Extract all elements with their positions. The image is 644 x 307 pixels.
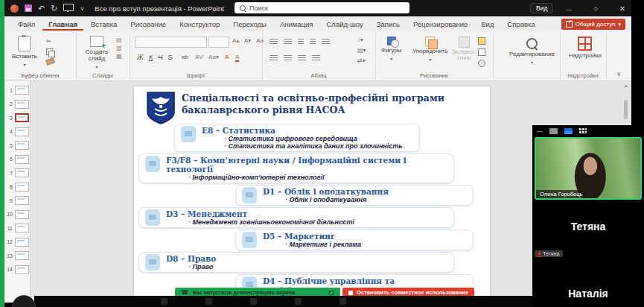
- ribbon-tab[interactable]: Конструктор: [173, 18, 226, 31]
- participant-name-tile[interactable]: Тетяна: [532, 221, 644, 232]
- scroll-up-icon[interactable]: [623, 83, 629, 88]
- copy-icon[interactable]: [46, 48, 53, 55]
- align-left-icon[interactable]: [270, 55, 278, 61]
- addins-button[interactable]: Надстройки: [569, 37, 602, 59]
- slide-thumbnail[interactable]: 4: [4, 125, 30, 139]
- quick-styles-button[interactable]: Экспресс-стили: [453, 37, 475, 61]
- paste-button[interactable]: Вставить: [12, 36, 37, 68]
- ribbon-tab[interactable]: Файл: [12, 18, 41, 31]
- slide-layout-buttons[interactable]: ▤ ▥ ▦: [116, 37, 122, 60]
- slide-thumbnail[interactable]: 3: [4, 111, 30, 125]
- layout-icon[interactable]: ▤: [116, 37, 122, 43]
- slide-thumbnail[interactable]: 10: [4, 208, 30, 222]
- taskbar-app-icon[interactable]: [250, 298, 257, 305]
- slide-canvas[interactable]: Спеціальності та освітньо-професійні про…: [134, 86, 490, 303]
- share-access-button[interactable]: Общий доступ: [561, 19, 625, 30]
- arrange-button[interactable]: Упорядочить: [412, 37, 448, 63]
- taskbar-app-icon[interactable]: [295, 298, 302, 305]
- editing-button[interactable]: Редактирование: [509, 38, 555, 66]
- font-name-box[interactable]: [136, 37, 207, 48]
- program-row[interactable]: D3 – Менеджмент Менеджмент зовнішньоекон…: [138, 207, 454, 228]
- program-row[interactable]: E8 – Статистика Статистика цифрового сер…: [174, 124, 420, 152]
- taskbar-app-icon[interactable]: [205, 298, 212, 305]
- taskbar-app-icon[interactable]: [161, 298, 168, 305]
- justify-icon[interactable]: [312, 55, 320, 61]
- slide-thumbnail[interactable]: 1: [4, 83, 30, 98]
- indent-increase-icon[interactable]: [310, 39, 316, 45]
- reset-icon[interactable]: ▥: [116, 45, 122, 51]
- change-case-icon[interactable]: Аа▾: [208, 54, 219, 60]
- slide-thumbnail[interactable]: 6: [4, 153, 30, 167]
- ribbon-tab[interactable]: Запись: [371, 18, 406, 31]
- slide-thumbnail[interactable]: 9: [4, 194, 30, 208]
- taskbar-app-icon[interactable]: [339, 298, 346, 305]
- close-button[interactable]: [618, 4, 627, 13]
- grow-font-icon[interactable]: А▴: [232, 37, 239, 44]
- minimize-button[interactable]: [564, 4, 573, 13]
- ribbon-tab[interactable]: Вставка: [85, 18, 123, 31]
- ribbon-tab[interactable]: Анимация: [274, 18, 319, 31]
- convert-smartart-icon[interactable]: ⇄▾: [357, 57, 366, 64]
- align-right-icon[interactable]: [298, 55, 306, 61]
- ribbon-tab[interactable]: Справка: [501, 18, 541, 31]
- text-direction-icon[interactable]: ↕▾: [357, 37, 366, 43]
- ribbon-tab[interactable]: Вид: [475, 18, 500, 31]
- participant-name-tile[interactable]: Наталія: [532, 288, 644, 300]
- collapse-ribbon-icon[interactable]: [616, 71, 621, 77]
- scrollbar-thumb[interactable]: [624, 100, 628, 119]
- program-row[interactable]: D8 – Право Право: [138, 252, 454, 273]
- slide-thumbnail[interactable]: 2: [4, 98, 30, 112]
- section-icon[interactable]: ▦: [116, 54, 122, 60]
- font-style-button[interactable]: Ж: [137, 54, 144, 61]
- slide-thumbnail[interactable]: 14: [4, 263, 30, 277]
- search-input[interactable]: Поиск: [235, 2, 409, 13]
- shrink-font-icon[interactable]: А▾: [244, 37, 251, 44]
- font-style-button[interactable]: К: [149, 53, 153, 61]
- slide-thumbnail[interactable]: 5: [4, 139, 30, 153]
- shape-fill-icon[interactable]: [478, 37, 485, 45]
- restore-button[interactable]: [591, 4, 600, 13]
- redo-icon[interactable]: [51, 4, 57, 12]
- font-style-button[interactable]: Ч: [158, 53, 162, 61]
- shape-outline-icon[interactable]: [478, 48, 485, 56]
- minimize-panel-icon[interactable]: [537, 128, 543, 134]
- new-slide-button[interactable]: Создать слайд: [80, 36, 113, 70]
- slide-thumbnail[interactable]: 12: [4, 235, 30, 250]
- ribbon-tab[interactable]: Рисование: [124, 18, 172, 31]
- slide-thumbnail[interactable]: 8: [4, 180, 30, 194]
- program-row[interactable]: D5 – Маркетинг Маркетинг і реклама: [235, 230, 474, 250]
- ribbon-tab[interactable]: Переходы: [227, 18, 272, 31]
- customize-toolbar-icon[interactable]: [80, 5, 84, 12]
- numbering-icon[interactable]: [284, 39, 292, 45]
- align-center-icon[interactable]: [284, 55, 292, 61]
- ribbon-tab[interactable]: Рецензирование: [407, 18, 474, 31]
- line-spacing-icon[interactable]: [322, 39, 330, 45]
- text-highlight-icon[interactable]: А: [225, 54, 229, 60]
- participant-video-tile[interactable]: Олена Горобець: [535, 137, 642, 200]
- undo-icon[interactable]: [38, 4, 45, 12]
- start-slideshow-icon[interactable]: [63, 4, 74, 11]
- font-color-icon[interactable]: А: [235, 54, 239, 62]
- align-text-icon[interactable]: ▤▾: [357, 47, 366, 54]
- format-painter-icon[interactable]: [45, 57, 55, 65]
- strip-view-icon[interactable]: [564, 128, 573, 134]
- bullets-icon[interactable]: [270, 39, 278, 45]
- font-size-box[interactable]: [208, 37, 229, 48]
- shapes-button[interactable]: Фигуры: [381, 37, 402, 62]
- font-style-button[interactable]: S: [168, 53, 173, 61]
- slide-thumbnail[interactable]: 13: [4, 249, 30, 263]
- cut-icon[interactable]: [46, 38, 54, 45]
- zoom-view-button[interactable]: Вид: [530, 3, 553, 13]
- slide-thumbnail[interactable]: 7: [4, 166, 30, 180]
- slide-thumbnail[interactable]: 11: [4, 221, 30, 235]
- indent-decrease-icon[interactable]: [298, 39, 304, 45]
- char-spacing-icon[interactable]: АѴ: [195, 54, 204, 60]
- speaker-view-icon[interactable]: [549, 128, 558, 134]
- gallery-view-icon[interactable]: [579, 128, 587, 134]
- program-row[interactable]: D1 – Облік і оподаткування Облік і опода…: [235, 185, 474, 206]
- ribbon-tab[interactable]: Слайд-шоу: [321, 18, 369, 31]
- shape-effects-icon[interactable]: [478, 60, 485, 67]
- save-icon[interactable]: [25, 4, 32, 12]
- ribbon-tab[interactable]: Главная: [42, 18, 83, 31]
- program-row[interactable]: F3/F8 – Комп’ютерні науки / Інформаційні…: [138, 154, 454, 183]
